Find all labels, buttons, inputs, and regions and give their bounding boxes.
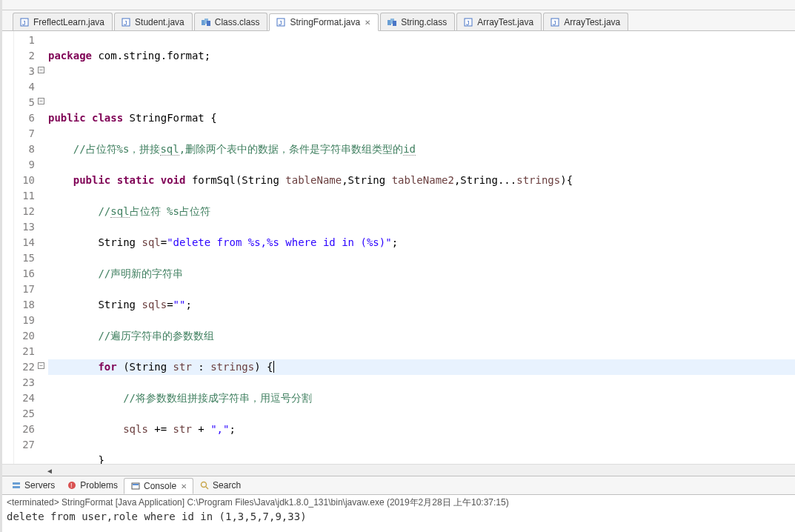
line-number: 23 [14, 375, 35, 390]
line-number: 22 [14, 359, 35, 375]
line-number: 21 [14, 344, 35, 359]
line-number: 26 [14, 422, 35, 437]
tab-arraytest1[interactable]: J ArrayTest.java [456, 13, 542, 30]
console-status: <terminated> StringFormat [Java Applicat… [7, 496, 791, 509]
tab-label: ArrayTest.java [564, 17, 620, 27]
bottom-views-bar: Servers ! Problems Console ✕ Search [2, 476, 795, 495]
fold-column: − − − [39, 31, 47, 464]
line-gutter[interactable]: 1 2 3 4 5 6 7 8 9 10 11 12 13 14 15 16 1… [14, 31, 39, 464]
console-output: delete from user,role where id in (1,3,5… [7, 511, 791, 522]
editor-tab-bar: J FreflectLearn.java J Student.java Clas… [2, 10, 795, 31]
tab-freflect[interactable]: J FreflectLearn.java [13, 13, 113, 30]
line-number: 27 [14, 437, 35, 453]
fold-marker[interactable]: − [38, 98, 44, 104]
svg-rect-21 [133, 484, 139, 485]
line-number: 2 [14, 48, 35, 64]
problems-icon: ! [67, 480, 77, 491]
tab-student[interactable]: J Student.java [114, 13, 193, 30]
java-icon: J [463, 17, 473, 27]
line-number: 19 [14, 313, 35, 328]
svg-text:J: J [466, 19, 470, 27]
fold-marker[interactable]: − [38, 362, 44, 369]
svg-text:J: J [279, 19, 282, 27]
line-number: 4 [14, 79, 35, 95]
line-number: 5 [14, 95, 35, 110]
tab-label: FreflectLearn.java [33, 17, 104, 27]
console-tab[interactable]: Console ✕ [124, 478, 193, 494]
fold-marker[interactable]: − [38, 67, 44, 73]
line-number: 3 [14, 64, 35, 79]
line-number: 14 [14, 235, 35, 250]
ruler [2, 31, 14, 464]
servers-icon [11, 480, 21, 491]
svg-point-22 [202, 482, 207, 488]
line-number: 18 [14, 297, 35, 313]
search-tab[interactable]: Search [193, 478, 247, 493]
main-toolbar[interactable] [2, 0, 795, 10]
line-number: 9 [14, 157, 35, 173]
svg-text:J: J [22, 19, 26, 27]
close-icon[interactable]: ✕ [181, 482, 187, 491]
tab-label: StringFormat.java [290, 17, 360, 27]
svg-text:!: ! [70, 482, 73, 489]
svg-text:J: J [124, 19, 127, 27]
tab-label: Class.class [215, 17, 260, 27]
editor-area: 1 2 3 4 5 6 7 8 9 10 11 12 13 14 15 16 1… [2, 31, 795, 464]
class-icon [387, 17, 397, 27]
close-icon[interactable]: ✕ [365, 19, 370, 27]
line-number: 7 [14, 126, 35, 142]
tab-label: Problems [80, 480, 118, 491]
tab-label: ArrayTest.java [477, 17, 533, 27]
line-number: 25 [14, 406, 35, 422]
line-number: 17 [14, 282, 35, 297]
line-number: 6 [14, 110, 35, 126]
svg-rect-17 [13, 486, 20, 488]
line-number: 1 [14, 33, 35, 48]
svg-text:J: J [553, 19, 556, 27]
horizontal-scrollbar[interactable]: ◄ [2, 464, 795, 476]
line-number: 13 [14, 219, 35, 235]
java-icon: J [276, 17, 286, 27]
tab-label: String.class [401, 17, 447, 27]
console-view[interactable]: <terminated> StringFormat [Java Applicat… [2, 495, 795, 532]
java-icon: J [550, 17, 560, 27]
svg-line-23 [206, 487, 208, 489]
tab-string-class[interactable]: String.class [380, 13, 455, 30]
tab-label: Search [213, 480, 241, 491]
line-number: 11 [14, 188, 35, 204]
servers-tab[interactable]: Servers [5, 478, 61, 493]
line-number: 24 [14, 390, 35, 406]
line-number: 12 [14, 204, 35, 219]
tab-label: Console [144, 481, 176, 491]
tab-class-class[interactable]: Class.class [194, 13, 268, 30]
code-editor[interactable]: package com.string.format; public class … [47, 31, 795, 464]
line-number: 10 [14, 173, 35, 188]
svg-rect-16 [13, 482, 20, 485]
svg-rect-11 [393, 21, 396, 26]
line-number: 16 [14, 266, 35, 282]
search-icon [199, 480, 210, 491]
tab-stringformat[interactable]: J StringFormat.java ✕ [269, 13, 379, 31]
tab-label: Student.java [135, 17, 184, 27]
java-icon: J [121, 17, 131, 27]
class-icon [201, 17, 211, 27]
scroll-left-icon[interactable]: ◄ [44, 465, 56, 476]
console-icon [130, 481, 141, 491]
line-number: 20 [14, 328, 35, 344]
problems-tab[interactable]: ! Problems [61, 478, 124, 493]
line-number: 8 [14, 142, 35, 157]
java-icon: J [19, 17, 30, 27]
svg-rect-6 [207, 21, 210, 26]
tab-label: Servers [24, 480, 55, 491]
line-number: 15 [14, 250, 35, 266]
tab-arraytest2[interactable]: J ArrayTest.java [543, 13, 628, 30]
